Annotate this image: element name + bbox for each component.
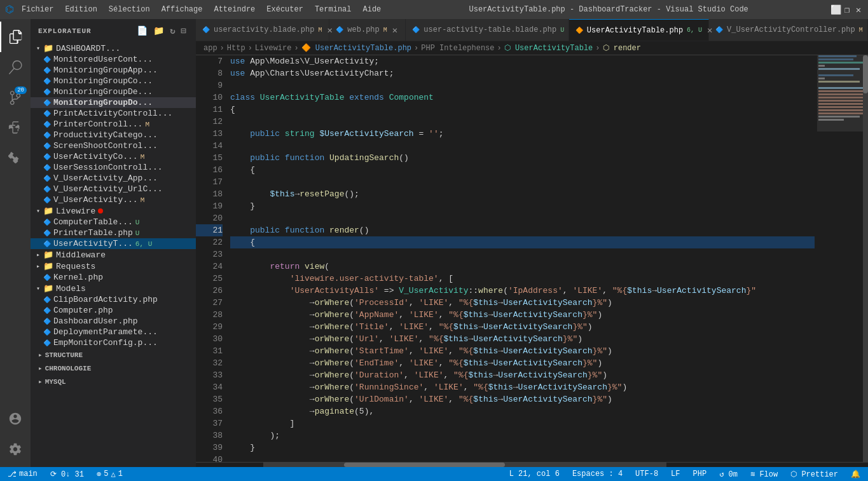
activity-source-control[interactable]: 20 xyxy=(0,83,31,113)
menu-fichier[interactable]: Fichier xyxy=(17,4,59,15)
cursor-position[interactable]: L 21, col 6 xyxy=(507,470,562,478)
tab-close-button[interactable]: ✕ xyxy=(391,24,399,36)
list-item-active[interactable]: 🔷 UserActivityT... 6, U xyxy=(31,238,196,249)
untracked-badge: U xyxy=(135,229,140,237)
list-item[interactable]: 🔷 EmpMonitorConfig.p... xyxy=(31,337,196,348)
file-name: ComputerTable... xyxy=(53,217,133,227)
list-item[interactable]: 🔷 PrinterControll... M xyxy=(31,119,196,130)
list-item[interactable]: 🔷 UserActivityCo... M xyxy=(31,151,196,162)
list-item[interactable]: 🔷 V_UserActivity... M xyxy=(31,194,196,205)
middleware-folder[interactable]: ▸ 📁 Middleware xyxy=(31,249,196,261)
activity-run-debug[interactable] xyxy=(0,113,31,144)
minimize-button[interactable]: ⬜ xyxy=(831,5,840,14)
git-branch[interactable]: ⎇ main xyxy=(5,470,40,479)
file-icon: 🔷 xyxy=(43,186,51,193)
code-editor[interactable]: use App\Models\V_UserActivity; use App\C… xyxy=(228,55,817,462)
tab-useractivity[interactable]: 🔷 useractivity.blade.php M ✕ xyxy=(196,19,329,41)
menu-edition[interactable]: Edition xyxy=(60,4,102,15)
editor-content[interactable]: 7 8 9 10 11 12 13 14 15 16 17 18 19 20 2… xyxy=(196,55,868,462)
menu-bar[interactable]: Fichier Edition Sélection Affichage Atte… xyxy=(17,4,386,15)
activity-explorer[interactable] xyxy=(0,22,31,52)
status-bar-left: ⎇ main ⟳ 0↓ 31 ⊗ 5 △ 1 xyxy=(5,470,125,479)
root-folder[interactable]: ▾ 📁 DASHBOARDT... xyxy=(31,43,196,54)
breadcrumb-item[interactable]: Livewire xyxy=(255,44,292,53)
errors-count[interactable]: ⊗ 5 △ 1 xyxy=(94,470,125,479)
menu-executer[interactable]: Exécuter xyxy=(261,4,308,15)
list-item[interactable]: 🔷 ComputerTable... U xyxy=(31,217,196,227)
list-item[interactable]: 🔷 ClipBoardActivity.php xyxy=(31,294,196,305)
breadcrumb-item[interactable]: ⬡ render xyxy=(603,43,641,53)
list-item[interactable]: 🔷 PrintActivityControll... xyxy=(31,108,196,119)
list-item[interactable]: 🔷 MonitoredUserCont... xyxy=(31,54,196,65)
breadcrumb-item[interactable]: PHP Intelephense xyxy=(421,44,494,53)
git-branch-name: main xyxy=(19,470,38,478)
list-item[interactable]: 🔷 Computer.php xyxy=(31,305,196,316)
list-item[interactable]: 🔷 MonitoringGroupDo... xyxy=(31,97,196,108)
window-controls[interactable]: ⬜ ❐ ✕ xyxy=(831,5,863,14)
file-name: ProductivityCatego... xyxy=(53,130,158,140)
time-tracker[interactable]: ↺ 0m xyxy=(717,470,740,479)
tab-user-activity-table-blade[interactable]: 🔷 user-activity-table.blade.php U ✕ xyxy=(406,19,569,41)
list-item[interactable]: 🔷 MonitoringGroupCo... xyxy=(31,76,196,86)
breadcrumb-item[interactable]: app xyxy=(203,44,217,53)
maximize-button[interactable]: ❐ xyxy=(843,5,851,14)
activity-search[interactable] xyxy=(0,52,31,83)
list-item[interactable]: 🔷 Kernel.php xyxy=(31,272,196,283)
list-item[interactable]: 🔷 UserSessionControll... xyxy=(31,162,196,173)
file-name: Computer.php xyxy=(53,306,113,315)
activity-settings[interactable] xyxy=(0,434,31,464)
encoding-label: UTF-8 xyxy=(635,470,658,478)
list-item[interactable]: 🔷 MonitoringGroupApp... xyxy=(31,65,196,76)
activity-extensions[interactable] xyxy=(0,144,31,174)
menu-terminal[interactable]: Terminal xyxy=(310,4,357,15)
mysql-section[interactable]: ▸ MYSQL xyxy=(31,375,196,388)
collapse-all-icon[interactable]: ⊟ xyxy=(180,24,188,37)
activity-accounts[interactable] xyxy=(0,403,31,434)
close-button[interactable]: ✕ xyxy=(854,5,863,14)
file-name: MonitoredUserCont... xyxy=(53,55,153,64)
list-item[interactable]: 🔷 DeploymentParamete... xyxy=(31,327,196,337)
indentation[interactable]: Espaces : 4 xyxy=(570,470,625,478)
tab-web[interactable]: 🔷 web.php M ✕ xyxy=(329,19,406,41)
list-item[interactable]: 🔷 V_UserActivity_UrlC... xyxy=(31,184,196,194)
breadcrumb-item[interactable]: Http xyxy=(227,44,245,53)
tab-v-useractivity-controller[interactable]: 🔷 V_UserActivityController.php M ✕ xyxy=(709,19,868,41)
language-mode[interactable]: PHP xyxy=(691,470,710,478)
breadcrumb-item[interactable]: 🔶 UserActivityTable.php xyxy=(301,43,411,53)
list-item[interactable]: 🔷 ProductivityCatego... xyxy=(31,130,196,140)
git-branch-icon: ⎇ xyxy=(8,470,17,479)
line-ending[interactable]: LF xyxy=(668,470,682,478)
new-folder-icon[interactable]: 📁 xyxy=(152,24,166,37)
structure-section[interactable]: ▸ STRUCTURE xyxy=(31,348,196,362)
file-icon: 🔷 xyxy=(43,67,51,74)
menu-selection[interactable]: Sélection xyxy=(104,4,155,15)
sidebar-header-actions[interactable]: 📄 📁 ↻ ⊟ xyxy=(135,24,188,37)
notifications-icon[interactable]: 🔔 xyxy=(848,470,863,479)
tab-modified-indicator: M xyxy=(383,27,387,34)
menu-aide[interactable]: Aide xyxy=(358,4,387,15)
list-item[interactable]: 🔷 PrinterTable.php U xyxy=(31,227,196,238)
file-name: PrinterTable.php xyxy=(53,228,133,238)
code-line: $this→resetPage(); xyxy=(230,188,815,200)
code-line: public string $UserActivitySearch = ''; xyxy=(230,128,815,140)
tab-useractivitytable-active[interactable]: 🔶 UserActivityTable.php 6, U ✕ xyxy=(569,19,709,41)
new-file-icon[interactable]: 📄 xyxy=(135,24,149,37)
breadcrumb-item[interactable]: ⬡ UserActivityTable xyxy=(504,43,593,53)
models-folder[interactable]: ▾ 📁 Models xyxy=(31,283,196,294)
horizontal-scrollbar[interactable] xyxy=(196,462,868,467)
livewire-folder[interactable]: ▾ 📁 Livewire xyxy=(31,205,196,217)
list-item[interactable]: 🔷 ScreenShootControl... xyxy=(31,140,196,151)
flow-extension[interactable]: ≋ Flow xyxy=(748,470,780,479)
menu-affichage[interactable]: Affichage xyxy=(156,4,208,15)
breadcrumb-separator: › xyxy=(595,44,600,53)
list-item[interactable]: 🔷 DashboardUser.php xyxy=(31,316,196,327)
list-item[interactable]: 🔷 V_UserActivity_App... xyxy=(31,173,196,184)
encoding[interactable]: UTF-8 xyxy=(633,470,661,478)
list-item[interactable]: 🔷 MonitoringGroupDe... xyxy=(31,86,196,97)
sync-status[interactable]: ⟳ 0↓ 31 xyxy=(48,470,86,479)
prettier-extension[interactable]: ⬡ Prettier xyxy=(788,470,841,479)
menu-atteindre[interactable]: Atteindre xyxy=(209,4,260,15)
refresh-icon[interactable]: ↻ xyxy=(169,24,177,37)
requests-folder[interactable]: ▸ 📁 Requests xyxy=(31,261,196,272)
chronologie-section[interactable]: ▸ CHRONOLOGIE xyxy=(31,362,196,375)
